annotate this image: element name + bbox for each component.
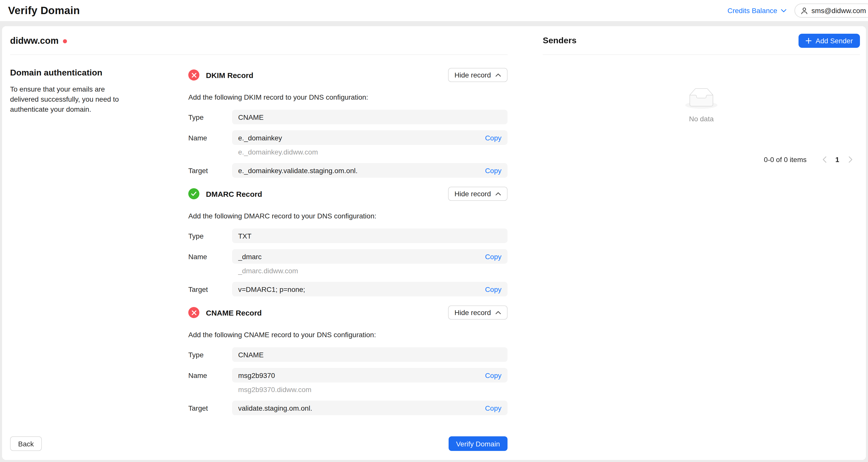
field-label: Type	[188, 351, 232, 359]
domain-status-dot	[63, 39, 67, 43]
record-title: CNAME Record	[206, 308, 448, 317]
field-value: _dmarc	[238, 253, 485, 260]
field-value: CNAME	[238, 351, 501, 359]
error-icon	[188, 307, 199, 318]
no-data-text: No data	[543, 115, 860, 123]
target-value-box: validate.staging.om.onl. Copy	[232, 401, 507, 415]
verify-domain-page: Verify Domain Credits Balance sms@didww.…	[0, 0, 868, 462]
current-page-number[interactable]: 1	[831, 156, 844, 164]
record-description: Add the following CNAME record to your D…	[188, 330, 507, 340]
field-helper-text: _dmarc.didww.com	[238, 266, 507, 276]
field-value: v=DMARC1; p=none;	[238, 285, 485, 293]
chevron-up-icon	[495, 311, 501, 314]
target-field-row: Target e._domainkey.validate.staging.om.…	[188, 163, 507, 178]
record-description: Add the following DMARC record to your D…	[188, 211, 507, 221]
form-actions: Back Verify Domain	[10, 436, 507, 451]
senders-heading: Senders	[543, 36, 577, 46]
dmarc-record-section: DMARC Record Hide record Add the followi…	[188, 187, 507, 296]
field-value: msg2b9370	[238, 371, 485, 379]
record-header: DKIM Record Hide record	[188, 68, 507, 82]
authentication-info: Domain authentication To ensure that you…	[10, 68, 188, 424]
hide-record-button[interactable]: Hide record	[448, 68, 507, 82]
field-label: Name	[188, 134, 232, 142]
user-icon	[800, 7, 808, 14]
type-field-row: Type CNAME	[188, 347, 507, 362]
field-helper-text: e._domainkey.didww.com	[238, 147, 507, 157]
senders-pagination: 0-0 of 0 items 1	[543, 153, 860, 166]
senders-empty-state: No data	[543, 88, 860, 123]
record-description: Add the following DKIM record to your DN…	[188, 92, 507, 102]
domain-verification-panel: didww.com Domain authentication To ensur…	[2, 26, 507, 460]
chevron-down-icon	[781, 9, 786, 12]
copy-button[interactable]: Copy	[485, 253, 501, 260]
field-value: TXT	[238, 232, 501, 240]
hide-record-label: Hide record	[455, 308, 491, 317]
next-page-button[interactable]	[844, 153, 857, 166]
target-value-box: v=DMARC1; p=none; Copy	[232, 282, 507, 296]
target-field-row: Target validate.staging.om.onl. Copy	[188, 401, 507, 415]
hide-record-label: Hide record	[455, 71, 491, 79]
field-label: Target	[188, 166, 232, 174]
type-field-row: Type TXT	[188, 229, 507, 243]
field-label: Target	[188, 285, 232, 293]
record-header: DMARC Record Hide record	[188, 187, 507, 201]
record-title: DKIM Record	[206, 71, 448, 79]
authentication-description: To ensure that your emails are delivered…	[10, 84, 131, 114]
credits-balance-dropdown[interactable]: Credits Balance	[727, 6, 786, 14]
page-title: Verify Domain	[8, 4, 80, 16]
copy-button[interactable]: Copy	[485, 285, 501, 293]
hide-record-button[interactable]: Hide record	[448, 187, 507, 201]
copy-button[interactable]: Copy	[485, 371, 501, 379]
field-value: CNAME	[238, 113, 501, 121]
name-field-row: Name _dmarc Copy	[188, 249, 507, 264]
add-sender-label: Add Sender	[816, 37, 853, 45]
field-value: validate.staging.om.onl.	[238, 404, 485, 412]
senders-header: Senders Add Sender	[543, 26, 860, 55]
empty-inbox-icon	[685, 88, 717, 109]
field-label: Type	[188, 232, 232, 240]
top-bar: Verify Domain Credits Balance sms@didww.…	[0, 0, 868, 21]
verify-domain-button[interactable]: Verify Domain	[448, 436, 507, 451]
pagination-summary: 0-0 of 0 items	[764, 156, 807, 164]
target-field-row: Target v=DMARC1; p=none; Copy	[188, 282, 507, 296]
field-label: Target	[188, 404, 232, 412]
hide-record-label: Hide record	[455, 190, 491, 198]
back-button[interactable]: Back	[10, 436, 42, 451]
main-card: didww.com Domain authentication To ensur…	[2, 26, 866, 460]
previous-page-button[interactable]	[818, 153, 831, 166]
account-email: sms@didww.com	[811, 6, 866, 14]
record-header: CNAME Record Hide record	[188, 305, 507, 320]
plus-icon	[806, 38, 812, 44]
chevron-up-icon	[495, 192, 501, 196]
dkim-record-section: DKIM Record Hide record Add the followin…	[188, 68, 507, 178]
type-value-box: CNAME	[232, 110, 507, 124]
copy-button[interactable]: Copy	[485, 134, 501, 142]
senders-panel: Senders Add Sender	[543, 26, 866, 460]
field-helper-text: msg2b9370.didww.com	[238, 385, 507, 395]
hide-record-button[interactable]: Hide record	[448, 305, 507, 320]
credits-balance-label: Credits Balance	[727, 6, 777, 14]
copy-button[interactable]: Copy	[485, 166, 501, 174]
error-icon	[188, 69, 199, 80]
field-value: e._domainkey	[238, 134, 485, 142]
domain-body: Domain authentication To ensure that you…	[10, 55, 507, 424]
authentication-heading: Domain authentication	[10, 68, 188, 78]
add-sender-button[interactable]: Add Sender	[799, 34, 860, 48]
type-value-box: TXT	[232, 229, 507, 243]
copy-button[interactable]: Copy	[485, 404, 501, 412]
account-menu[interactable]: sms@didww.com	[794, 3, 868, 18]
dns-records: DKIM Record Hide record Add the followin…	[188, 68, 507, 424]
name-field-row: Name e._domainkey Copy	[188, 130, 507, 145]
target-value-box: e._domainkey.validate.staging.om.onl. Co…	[232, 163, 507, 178]
type-field-row: Type CNAME	[188, 110, 507, 124]
domain-header: didww.com	[10, 26, 507, 55]
chevron-up-icon	[495, 73, 501, 77]
type-value-box: CNAME	[232, 347, 507, 362]
field-label: Type	[188, 113, 232, 121]
record-title: DMARC Record	[206, 190, 448, 198]
cname-record-section: CNAME Record Hide record Add the followi…	[188, 305, 507, 415]
name-field-row: Name msg2b9370 Copy	[188, 368, 507, 383]
top-bar-right: Credits Balance sms@didww.com	[727, 3, 868, 18]
check-icon	[188, 188, 199, 199]
field-value: e._domainkey.validate.staging.om.onl.	[238, 166, 485, 174]
